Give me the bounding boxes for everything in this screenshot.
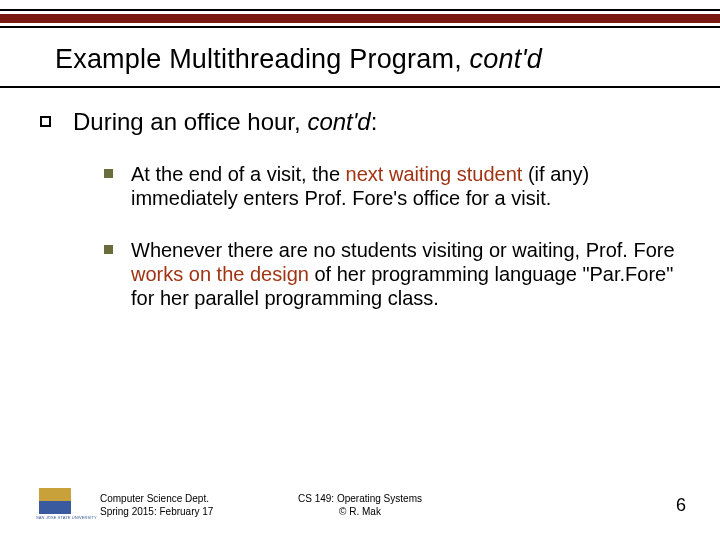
bullet-lvl2-item: At the end of a visit, the next waiting … xyxy=(104,162,680,210)
square-filled-bullet-icon xyxy=(104,245,113,254)
footer-course: CS 149: Operating Systems xyxy=(0,493,720,506)
item1-pre: At the end of a visit, the xyxy=(131,163,346,185)
lvl1-comma: , xyxy=(294,108,307,135)
page-number: 6 xyxy=(676,495,686,516)
rule-thin-bottom xyxy=(0,26,720,28)
lvl2-text: At the end of a visit, the next waiting … xyxy=(131,162,680,210)
lvl1-pretext: During an office hour xyxy=(73,108,294,135)
title-contd: cont'd xyxy=(470,44,542,74)
square-outline-bullet-icon xyxy=(40,116,51,127)
title-main: Example Multithreading Program, xyxy=(55,44,470,74)
rule-thick xyxy=(0,14,720,23)
lvl1-contd: cont'd xyxy=(307,108,370,135)
item2-highlight: works on the design xyxy=(131,263,309,285)
top-rule xyxy=(0,9,720,28)
lvl2-text: Whenever there are no students visiting … xyxy=(131,238,680,310)
title-underline xyxy=(0,86,720,88)
bullet-lvl2-item: Whenever there are no students visiting … xyxy=(104,238,680,310)
slide-body: During an office hour, cont'd: At the en… xyxy=(40,108,680,338)
footer-copyright: © R. Mak xyxy=(0,506,720,519)
slide-title: Example Multithreading Program, cont'd xyxy=(55,44,665,75)
lvl1-text: During an office hour, cont'd: xyxy=(73,108,377,136)
item2-pre: Whenever there are no students visiting … xyxy=(131,239,675,261)
lvl1-tail: : xyxy=(371,108,378,135)
bullet-lvl1: During an office hour, cont'd: xyxy=(40,108,680,136)
bullet-lvl2-group: At the end of a visit, the next waiting … xyxy=(104,162,680,310)
footer-center-block: CS 149: Operating Systems © R. Mak xyxy=(0,493,720,518)
rule-thin-top xyxy=(0,9,720,11)
square-filled-bullet-icon xyxy=(104,169,113,178)
item1-highlight: next waiting student xyxy=(346,163,523,185)
slide: Example Multithreading Program, cont'd D… xyxy=(0,0,720,540)
